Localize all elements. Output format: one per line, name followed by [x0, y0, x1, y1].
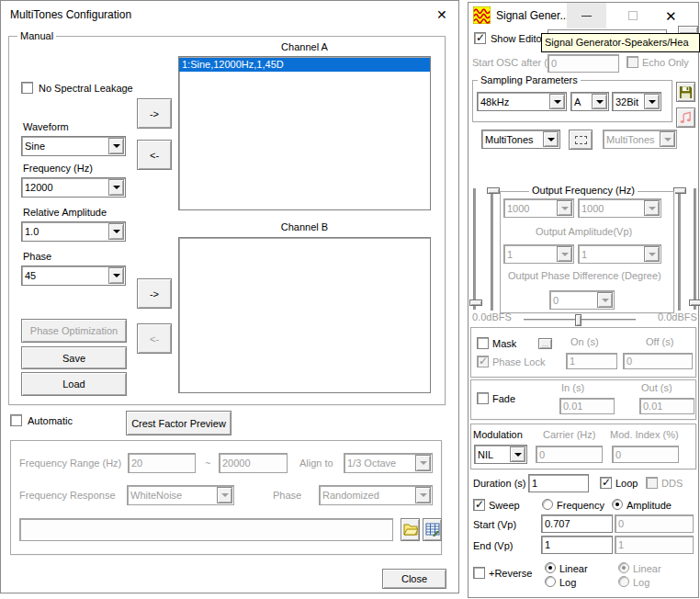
spreadsheet-button[interactable] — [423, 518, 442, 541]
title-bar[interactable]: Signal Gener... ✕ — [469, 3, 698, 28]
remove-from-channel-a-button[interactable]: <- — [137, 140, 172, 170]
sweep-amplitude-radio[interactable] — [612, 499, 623, 510]
frequency-label: Frequency (Hz) — [23, 163, 93, 175]
no-spectral-leakage-checkbox[interactable]: ✓ — [21, 82, 33, 94]
chevron-down-icon[interactable] — [108, 179, 124, 196]
folder-open-icon — [403, 524, 418, 536]
phase-optimization-button: Phase Optimization — [21, 319, 127, 343]
mask-label: Mask — [492, 338, 516, 350]
start-osc-label: Start OSC after (s) — [472, 57, 556, 69]
phase-select[interactable]: 45 — [21, 266, 126, 286]
minimize-button[interactable] — [567, 3, 606, 28]
dds-label: DDS — [661, 478, 683, 490]
slider-thumb[interactable] — [575, 314, 581, 326]
close-button[interactable]: Close — [382, 569, 446, 589]
amplitude-slider-b-inner[interactable] — [679, 187, 681, 311]
sweep-start-field-2: 0 — [615, 514, 694, 533]
duration-label: Duration (s) — [473, 478, 525, 490]
multitones-editor-button[interactable] — [569, 130, 593, 150]
sweep-linear-radio[interactable] — [545, 562, 556, 573]
loop-checkbox[interactable]: ✓ — [600, 477, 612, 489]
file-path-field — [19, 518, 393, 541]
amplitude-slider-b-outer[interactable] — [694, 188, 696, 310]
add-to-channel-a-button[interactable]: -> — [137, 98, 172, 129]
sweep-log2-label: Log — [633, 577, 649, 589]
modulation-type-select[interactable]: NIL — [474, 445, 527, 464]
sweep-log2-radio — [618, 576, 629, 587]
duration-field[interactable]: 1 — [528, 474, 589, 492]
sweep-log-radio[interactable] — [545, 576, 556, 587]
channel-b-listbox[interactable] — [178, 237, 431, 393]
slider-thumb[interactable] — [487, 187, 500, 194]
chevron-down-icon[interactable] — [108, 223, 124, 240]
output-phase-difference-value: 0 — [553, 295, 559, 306]
mask-on-field: 1 — [566, 353, 617, 369]
sampling-bits-select[interactable]: 32Bit — [612, 92, 661, 111]
amplitude-slider-a-inner[interactable] — [491, 187, 493, 311]
waveform-type-a-select[interactable]: MultiTones — [481, 130, 560, 149]
fade-checkbox[interactable]: ✓ — [477, 392, 489, 404]
show-editor-checkbox[interactable]: ✓ — [474, 32, 486, 44]
chevron-down-icon[interactable] — [108, 138, 124, 154]
crest-factor-preview-button[interactable]: Crest Factor Preview — [126, 411, 231, 435]
chevron-down-icon — [217, 487, 232, 503]
output-phase-difference-select: 0 — [549, 290, 615, 310]
mask-checkbox[interactable]: ✓ — [477, 337, 489, 349]
chevron-down-icon[interactable] — [644, 94, 660, 109]
slider-thumb[interactable] — [469, 300, 482, 306]
open-file-button[interactable] — [401, 518, 420, 541]
chevron-down-icon[interactable] — [549, 94, 565, 109]
sweep-frequency-radio[interactable] — [542, 499, 553, 510]
automatic-checkbox[interactable]: ✓ — [10, 414, 22, 426]
sweep-linear2-radio — [618, 562, 629, 573]
phase-label: Phase — [23, 251, 51, 263]
relative-amplitude-select[interactable]: 1.0 — [21, 221, 126, 242]
chevron-down-icon[interactable] — [592, 94, 607, 109]
sweep-log-label: Log — [559, 577, 576, 589]
waveform-value: Sine — [25, 141, 45, 152]
list-item[interactable]: 1:Sine,12000Hz,1,45D — [179, 58, 430, 72]
load-button[interactable]: Load — [21, 372, 127, 396]
add-to-channel-b-button[interactable]: -> — [137, 278, 172, 309]
frequency-response-value: WhiteNoise — [130, 490, 182, 501]
dds-checkbox: ✓ — [646, 477, 658, 489]
chevron-down-icon — [557, 246, 572, 262]
sweep-start-field[interactable]: 0.707 — [541, 514, 613, 533]
music-note-icon — [679, 111, 693, 125]
sampling-rate-select[interactable]: 48kHz — [477, 92, 567, 111]
frequency-response-select: WhiteNoise — [127, 485, 234, 505]
reverse-checkbox[interactable]: ✓ — [473, 567, 485, 579]
sampling-channel-select[interactable]: A — [570, 92, 609, 111]
output-frequency-a-select: 1000 — [503, 198, 574, 218]
chevron-down-icon[interactable] — [108, 267, 124, 284]
save-settings-button[interactable] — [676, 82, 695, 102]
frequency-range-from-field: 20 — [128, 453, 196, 473]
sweep-end-field[interactable]: 1 — [541, 536, 613, 554]
modulation-type-value: NIL — [478, 449, 493, 460]
title-bar[interactable]: MultiTones Configuration ✕ — [1, 1, 458, 28]
output-frequency-a-value: 1000 — [507, 203, 529, 214]
amplitude-slider-a-outer[interactable] — [474, 188, 476, 310]
channel-a-listbox[interactable]: 1:Sine,12000Hz,1,45D — [178, 56, 431, 210]
slider-thumb[interactable] — [689, 300, 700, 306]
mod-index-label: Mod. Index (%) — [610, 429, 679, 441]
save-button[interactable]: Save — [21, 346, 127, 369]
close-icon[interactable]: ✕ — [436, 7, 447, 22]
chevron-down-icon[interactable] — [543, 131, 559, 147]
tone-preview-button[interactable] — [676, 107, 695, 128]
chevron-down-icon[interactable] — [510, 446, 525, 462]
waveform-label: Waveform — [23, 121, 69, 133]
channel-a-label: Channel A — [178, 41, 431, 53]
window-title: MultiTones Configuration — [10, 8, 131, 21]
sweep-end-label: End (Vp) — [473, 540, 513, 552]
align-to-select: 1/3 Octave — [344, 453, 433, 473]
frequency-select[interactable]: 12000 — [21, 177, 126, 198]
sweep-checkbox[interactable]: ✓ — [473, 499, 485, 511]
output-frequency-label: Output Frequency (Hz) — [529, 185, 638, 197]
fade-out-label: Out (s) — [641, 382, 672, 394]
waveform-select[interactable]: Sine — [21, 136, 126, 156]
close-icon[interactable]: ✕ — [665, 8, 677, 25]
maximize-icon[interactable] — [628, 11, 638, 20]
slider-thumb[interactable] — [673, 187, 686, 194]
window-title: Signal Gener... — [496, 9, 569, 22]
